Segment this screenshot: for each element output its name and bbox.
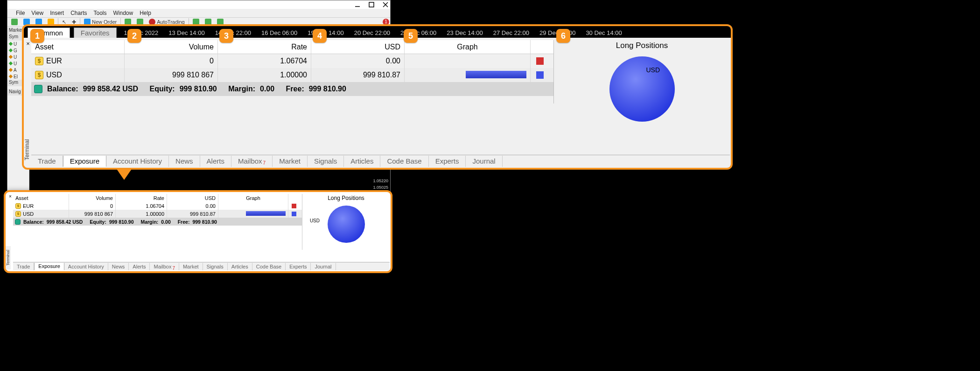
grid-header: Asset Volume Rate USD Graph [13,194,302,202]
menu-window[interactable]: Window [113,10,133,16]
table-row[interactable]: $EUR 0 1.06704 0.00 [13,202,302,210]
tab-market[interactable]: Market [273,156,308,167]
panel-close-icon[interactable]: × [25,40,31,47]
col-asset[interactable]: Asset [13,194,69,202]
menu-charts[interactable]: Charts [70,10,87,16]
swatch-icon [536,71,544,79]
tab-trade[interactable]: Trade [31,156,63,167]
tab-news[interactable]: News [169,156,200,167]
time-axis: 12 Dec 202213 Dec 14:0014 Dec 22:0016 De… [117,27,731,38]
tab-mailbox[interactable]: Mailbox7 [150,263,179,270]
col-rate[interactable]: Rate [218,40,311,54]
tab-experts[interactable]: Experts [286,263,311,270]
cell-usd: 999 810.87 [311,68,405,82]
tab-signals[interactable]: Signals [203,263,228,270]
bar-icon [246,211,286,216]
minimize-icon[interactable] [355,2,360,7]
menu-insert[interactable]: Insert [50,10,64,16]
callout-tail [116,168,133,180]
menu-view[interactable]: View [31,10,43,16]
col-volume[interactable]: Volume [69,194,116,202]
maximize-icon[interactable] [369,2,374,7]
toolbar-new-btn[interactable] [9,18,20,26]
tab-code-base[interactable]: Code Base [380,156,428,167]
pie-chart [607,54,677,124]
down-icon [9,68,13,72]
close-icon[interactable] [383,2,388,7]
currency-icon: $ [35,71,43,79]
tab-journal[interactable]: Journal [311,263,336,270]
col-rate[interactable]: Rate [116,194,167,202]
pie-chart [325,203,367,245]
menu-file[interactable]: File [16,10,25,16]
tab-mailbox[interactable]: Mailbox7 [231,156,273,167]
col-asset[interactable]: Asset [31,40,125,54]
swatch-icon [292,212,296,216]
up-icon [9,48,13,52]
cell-volume: 0 [125,54,218,68]
cell-graph [405,68,531,82]
terminal-tabs: Trade Exposure Account History News Aler… [31,155,730,167]
callout-badge-4: 4 [313,29,327,43]
tab-account-history[interactable]: Account History [106,156,169,167]
callout-badge-1: 1 [30,29,44,43]
exposure-grid: Asset Volume Rate USD Graph $EUR 0 1.067… [31,40,554,103]
down-icon [9,55,13,59]
tab-account-history[interactable]: Account History [64,263,108,270]
menu-tools[interactable]: Tools [94,10,107,16]
callout-badge-2: 2 [127,29,141,43]
tab-alerts[interactable]: Alerts [200,156,231,167]
tab-experts[interactable]: Experts [429,156,466,167]
currency-icon: $ [15,211,21,217]
terminal-label: Terminal [23,133,31,166]
down-icon [9,75,13,78]
tab-market[interactable]: Market [179,263,203,270]
terminal-label: Terminal [5,246,11,269]
cell-volume: 999 810 867 [125,68,218,82]
table-row[interactable]: $USD 999 810 867 1.00000 999 810.87 [13,210,302,218]
exposure-callout: Common Favorites 12 Dec 202213 Dec 14:00… [22,24,733,170]
col-graph[interactable]: Graph [405,40,531,54]
tab-alerts[interactable]: Alerts [129,263,150,270]
tab-news[interactable]: News [108,263,129,270]
callout-badge-5: 5 [404,29,418,43]
table-row[interactable]: $USD 999 810 867 1.00000 999 810.87 [31,68,553,82]
col-graph[interactable]: Graph [218,194,288,202]
price-label: 1.05220 [373,179,388,183]
cell-rate: 1.00000 [218,68,311,82]
pie-title: Long Positions [328,195,364,201]
up-icon [9,62,13,65]
tab-journal[interactable]: Journal [466,156,502,167]
tab-signals[interactable]: Signals [308,156,344,167]
exposure-table: Asset Volume Rate USD Graph $EUR 0 1.067… [31,40,730,103]
tab-trade[interactable]: Trade [13,263,34,270]
pie-slice-label: USD [646,66,660,74]
svg-point-4 [609,56,675,122]
tab-articles[interactable]: Articles [228,263,252,270]
asset-name: EUR [46,57,62,65]
tab-exposure[interactable]: Exposure [63,156,106,167]
currency-icon: $ [15,203,21,209]
col-usd[interactable]: USD [311,40,405,54]
swatch-icon [292,204,296,208]
tab-code-base[interactable]: Code Base [252,263,286,270]
col-usd[interactable]: USD [167,194,218,202]
exposure-thumbnail: × Asset Volume Rate USD Graph $EUR 0 1.0… [4,190,392,273]
table-row[interactable]: $EUR 0 1.06704 0.00 [31,54,553,68]
pie-slice-label: USD [310,218,320,223]
panel-close-icon[interactable]: × [7,194,14,200]
svg-rect-1 [369,2,374,7]
tab-favorites[interactable]: Favorites [74,27,117,38]
bar-icon [466,71,526,78]
pie-area: Long Positions USD [554,40,730,103]
terminal-tabs: Trade Exposure Account History News Aler… [13,262,390,270]
menu-help[interactable]: Help [140,10,151,16]
mailbox-badge: 7 [263,160,266,165]
tab-exposure[interactable]: Exposure [34,263,64,270]
callout-badge-3: 3 [219,29,233,43]
currency-icon: $ [35,57,43,65]
briefcase-icon [15,219,21,225]
tab-articles[interactable]: Articles [344,156,380,167]
svg-point-5 [328,206,365,243]
exposure-table: Asset Volume Rate USD Graph $EUR 0 1.067… [13,194,390,250]
